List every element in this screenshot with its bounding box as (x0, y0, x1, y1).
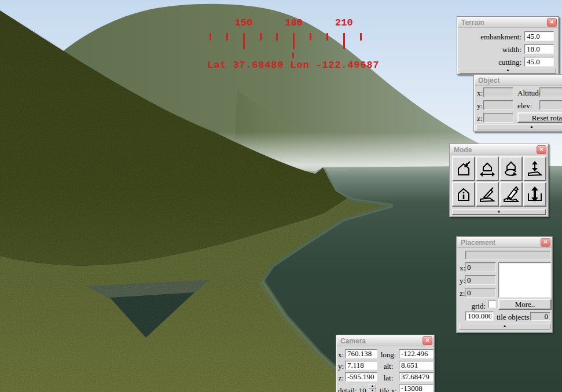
close-icon[interactable]: ✕ (541, 238, 550, 247)
mode-raise-object-button[interactable] (523, 156, 546, 181)
object-titlebar[interactable]: Object (475, 75, 562, 86)
move-object-icon (479, 160, 496, 178)
grid-checkbox[interactable] (488, 301, 496, 308)
camera-y-label: y: (337, 362, 344, 371)
mode-collapse-button[interactable]: ▲ (452, 209, 546, 215)
object-y-field[interactable] (483, 100, 513, 110)
camera-panel: Camera ✕ x: long: y: alt: z: lat: detail… (336, 335, 435, 392)
mode-object-info-button[interactable] (452, 182, 475, 207)
placement-z-field[interactable] (465, 288, 496, 298)
elev-field[interactable] (539, 100, 562, 110)
camera-y-field[interactable] (345, 361, 377, 370)
placement-object-field[interactable] (465, 251, 551, 259)
draw-terrain-icon (502, 186, 520, 203)
raise-lower-terrain-icon (526, 186, 543, 203)
camera-lat-field[interactable] (399, 372, 434, 382)
camera-titlebar[interactable]: Camera ✕ (337, 336, 434, 346)
more-button[interactable]: More.. (498, 299, 552, 310)
placement-z-label: z: (460, 289, 465, 298)
terrain-titlebar[interactable]: Terrain ✕ (458, 17, 558, 28)
altitude-label: Altitude (517, 89, 542, 98)
object-panel: Object x: y: z: Altitude elev: Reset rot… (473, 74, 562, 132)
grid-label: grid: (468, 302, 486, 311)
camera-detail-label: detail: 10 (338, 386, 366, 392)
object-title: Object (478, 76, 499, 85)
embankment-field[interactable] (524, 31, 554, 41)
camera-title: Camera (340, 337, 366, 345)
cutting-label: cutting: (462, 58, 521, 67)
mode-cut-terrain-button[interactable] (476, 182, 499, 207)
camera-x-label: x: (337, 350, 344, 360)
altitude-field[interactable] (539, 87, 562, 97)
object-z-label: z: (477, 114, 482, 123)
mode-move-object-button[interactable] (476, 156, 499, 181)
mode-titlebar[interactable]: Mode ✕ (450, 145, 548, 155)
placement-titlebar[interactable]: Placement ✕ (457, 237, 552, 248)
tile-objects-label: tile objects: (497, 313, 531, 322)
camera-x-field[interactable] (345, 349, 377, 358)
embankment-label: embankment: (462, 32, 521, 42)
mode-rotate-object-button[interactable] (499, 156, 523, 181)
camera-tile-x-field[interactable] (399, 384, 434, 392)
camera-long-label: long: (379, 350, 398, 360)
close-icon[interactable]: ✕ (423, 336, 432, 345)
mode-place-object-button[interactable] (452, 156, 475, 181)
raise-object-icon (526, 160, 543, 178)
placement-y-field[interactable] (465, 275, 496, 285)
camera-z-field[interactable] (345, 372, 377, 382)
scenery-editor-window: 150180210 Lat 37.68480 Lon -122.49687 Te… (0, 0, 562, 392)
camera-lat-label: lat: (379, 373, 398, 383)
reset-rotation-button[interactable]: Reset rotation (517, 112, 562, 123)
place-object-icon (455, 160, 472, 178)
close-icon[interactable]: ✕ (547, 18, 557, 27)
object-x-field[interactable] (483, 87, 513, 97)
terrain-title: Terrain (461, 19, 484, 27)
cutting-field[interactable] (524, 57, 554, 67)
mode-draw-terrain-button[interactable] (499, 182, 523, 207)
tile-objects-field[interactable] (530, 312, 550, 321)
spinner-down-icon[interactable]: ▼ (369, 389, 376, 392)
camera-tile-x-label: tile x: (379, 386, 398, 392)
placement-panel: Placement ✕ x: y: z: grid: More.. tile o… (456, 236, 553, 333)
spinner-up-icon[interactable]: ▲ (369, 384, 376, 389)
camera-long-field[interactable] (399, 349, 434, 358)
object-y-label: y: (477, 101, 483, 111)
camera-alt-label: alt: (379, 362, 398, 371)
placement-x-field[interactable] (465, 262, 496, 272)
terrain-collapse-button[interactable]: ▲ (460, 68, 556, 74)
object-z-field[interactable] (483, 113, 513, 123)
placement-title: Placement (461, 239, 495, 247)
rotate-object-icon (502, 160, 520, 178)
camera-alt-field[interactable] (399, 361, 434, 370)
elev-label: elev: (517, 101, 532, 111)
placement-object-list[interactable] (498, 262, 551, 298)
camera-z-label: z: (337, 373, 344, 383)
placement-scale-field[interactable] (465, 312, 494, 321)
width-field[interactable] (524, 44, 554, 54)
detail-spinner[interactable]: ▲ ▼ (369, 384, 376, 392)
object-collapse-button[interactable]: ▲ (476, 124, 562, 130)
object-x-label: x: (477, 89, 483, 98)
placement-collapse-button[interactable]: ▲ (459, 324, 550, 329)
mode-raise-lower-terrain-button[interactable] (523, 182, 546, 207)
object-info-icon (455, 186, 472, 203)
terrain-panel: Terrain ✕ embankment: width: cutting: ▲ (457, 16, 559, 75)
close-icon[interactable]: ✕ (537, 145, 546, 154)
mode-title: Mode (454, 146, 472, 154)
mode-panel: Mode ✕ (449, 144, 549, 217)
width-label: width: (462, 45, 521, 54)
cut-terrain-icon (479, 186, 496, 203)
